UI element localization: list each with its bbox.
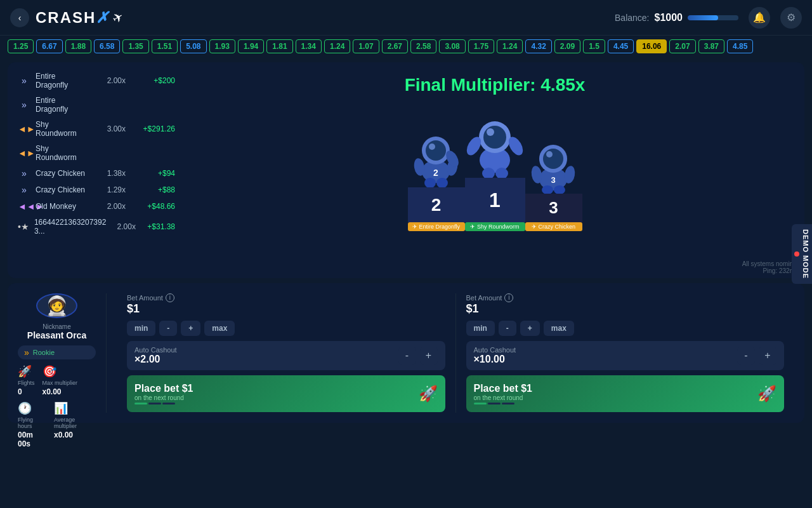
mult-badge[interactable]: 1.75 [468,39,494,53]
bet1-max-button[interactable]: max [204,321,235,336]
nickname-value: Pleasant Orca [27,330,86,340]
svg-text:2: 2 [433,168,438,178]
player-mult: 3.00x [94,124,126,133]
rocket-icon: ✈ [109,8,126,27]
logo-x: ✗ [96,9,110,26]
mult-badge[interactable]: 1.5 [583,39,605,53]
mult-badge[interactable]: 4.32 [525,39,551,53]
bet1-amount-label: Bet Amount i [127,293,445,302]
mult-badge[interactable]: 1.24 [324,39,350,53]
mult-badge[interactable]: 1.24 [497,39,523,53]
bet2-min-button[interactable]: min [466,321,495,336]
bet-panel-2: Bet Amount i $1 min - + max Auto Cashout… [456,293,795,413]
mult-badge[interactable]: 2.07 [669,39,695,53]
dot [474,403,487,404]
bet2-ac-plus-button[interactable]: + [759,347,776,364]
bet2-ac-controls: - + [737,347,776,364]
player-icon: » [18,185,30,195]
dot [502,403,514,404]
avg-mult-stat: 📊 Average multiplier x0.00 [54,401,96,448]
bet2-plus-button[interactable]: + [520,321,540,336]
logo: CRASH✗ ✈ [36,9,123,27]
astronaut-third-svg: 3 [527,133,580,194]
podium-label-first: ✈ Shy Roundworm [465,222,525,231]
player-win: +$88 [131,185,175,194]
avatar: 🧑‍🚀 [36,293,77,318]
mult-badge[interactable]: 2.67 [382,39,408,53]
player-mult: 1.29x [94,185,126,194]
bet2-info-icon[interactable]: i [504,293,513,302]
podium-label-second: ✈ Entire Dragonfly [408,222,465,231]
max-mult-icon: 🎯 [43,364,78,378]
mult-badge[interactable]: 1.35 [122,39,148,53]
player-mult: 2.00x [94,76,126,85]
flying-hours-stat: 🕐 Flying hours 00m 00s [18,401,46,448]
demo-mode-panel[interactable]: DEMO MODE [792,224,812,284]
mult-badge[interactable]: 1.34 [296,39,322,53]
bet1-plus-button[interactable]: + [181,321,200,336]
sound-button[interactable]: 🔔 [749,7,770,29]
bet2-autocashout-value: ×10.00 [474,354,516,365]
list-item: ◄► Shy Roundworm [15,142,178,164]
mult-badge[interactable]: 2.09 [554,39,580,53]
status-line2: Ping: 232ms [742,267,798,274]
bet1-ac-minus-button[interactable]: - [398,347,416,364]
player-name: Old Monkey [36,202,89,211]
mult-badge[interactable]: 1.51 [152,39,178,53]
bet1-ac-plus-button[interactable]: + [420,347,438,364]
list-item: •★ 16644221363207392 3... 2.00x +$31.38 [15,216,178,237]
player-mult: 1.38x [94,169,126,178]
podium-block-second: 2 [408,187,465,222]
bet1-ac-controls: - + [398,347,438,364]
bet2-max-button[interactable]: max [544,321,574,336]
balance-bar [688,15,738,20]
mult-badge[interactable]: 6.58 [94,39,120,53]
mult-badge[interactable]: 6.67 [36,39,62,53]
mult-badge[interactable]: 1.94 [238,39,264,53]
player-win: +$48.66 [131,202,175,211]
bet2-minus-button[interactable]: - [499,321,516,336]
podium-scene: 2 2 ✈ Entire Dragonfly [408,108,582,231]
bet1-min-button[interactable]: min [127,321,155,336]
mult-badge[interactable]: 1.88 [65,39,91,53]
mult-badge[interactable]: 5.08 [180,39,206,53]
bet2-autocashout-row: Auto Cashout ×10.00 - + [474,346,777,365]
mult-badge[interactable]: 1.93 [209,39,235,53]
bet1-controls: min - + max [127,321,445,336]
player-icon: » [18,168,30,178]
flights-stat: 🚀 Flights 0 [18,364,35,396]
dot [162,403,175,404]
mult-badge[interactable]: 3.08 [439,39,465,53]
bet1-place-bet-button[interactable]: Place bet $1 on the next round 🚀 [127,375,445,412]
mult-badge[interactable]: 1.81 [266,39,292,53]
svg-point-2 [426,140,446,161]
player-win: +$200 [131,76,175,85]
bottom-section: 🧑‍🚀 Nickname Pleasant Orca » Rookie 🚀 Fl… [8,283,804,423]
player-name: Crazy Chicken [36,185,89,194]
mult-badge[interactable]: 1.07 [353,39,379,53]
podium-first: 1 ✈ Shy Roundworm [465,108,525,231]
bet2-place-bet-button[interactable]: Place bet $1 on the next round 🚀 [466,375,785,412]
flying-hours-icon: 🕐 [18,401,46,415]
podium-third: 3 3 ✈ Crazy Chicken [525,133,582,231]
mult-badge[interactable]: 4.85 [727,39,753,53]
list-item: » Entire Dragonfly [15,94,178,116]
bet1-place-bet-text: Place bet $1 on the next round [134,383,193,404]
mult-badge[interactable]: 2.58 [410,39,436,53]
bet1-info-icon[interactable]: i [166,293,174,302]
player-name: Shy Roundworm [36,144,89,162]
bet2-ac-minus-button[interactable]: - [737,347,755,364]
list-item: ◄► Shy Roundworm 3.00x +$291.26 [15,118,178,140]
settings-button[interactable]: ⚙ [780,7,802,29]
player-icon: ◄► [18,148,30,158]
mult-badge[interactable]: 1.25 [8,39,34,53]
svg-point-21 [546,151,553,157]
mult-badge-highlight[interactable]: 16.06 [636,39,667,53]
mult-badge[interactable]: 4.45 [608,39,634,53]
bet2-place-bet-text: Place bet $1 on the next round [474,383,533,404]
podium-second: 2 2 ✈ Entire Dragonfly [408,124,465,231]
mult-badge[interactable]: 3.87 [698,39,724,53]
bet2-autocashout-container: Auto Cashout ×10.00 - + [466,341,785,370]
back-button[interactable]: ‹ [10,8,29,27]
bet1-minus-button[interactable]: - [159,321,177,336]
